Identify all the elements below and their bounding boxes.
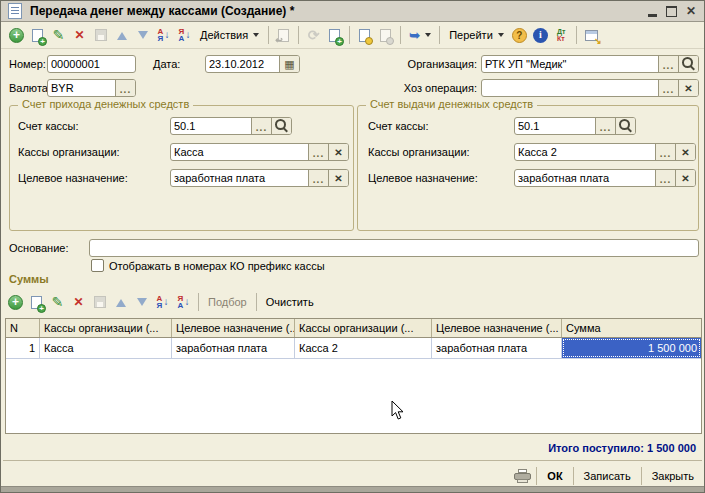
input-on-basis-button[interactable]: ↩: [273, 25, 294, 45]
organization-input[interactable]: [482, 56, 658, 72]
print-button[interactable]: [514, 469, 531, 483]
post-document-button[interactable]: [354, 25, 375, 45]
row-move-down-button[interactable]: [131, 292, 152, 312]
expense-account-select-button[interactable]: ...: [595, 118, 615, 134]
sort-desc-icon: ЯА↓: [179, 28, 191, 42]
income-cashdesk-input[interactable]: [171, 144, 308, 160]
expense-account-open-button[interactable]: [615, 118, 635, 134]
cell-row-number[interactable]: 1: [6, 338, 40, 358]
row-sort-asc-button[interactable]: АЯ↓: [152, 292, 173, 312]
sort-desc-button[interactable]: ЯА↓: [174, 25, 195, 45]
set-interval-button[interactable]: [90, 25, 111, 45]
goto-menu-button[interactable]: Перейти: [444, 27, 509, 43]
add-button[interactable]: +: [6, 25, 27, 45]
toolbar-separator: [349, 26, 350, 44]
refresh-button[interactable]: ⟳: [303, 25, 324, 45]
income-account-open-button[interactable]: [271, 118, 291, 134]
footer-separator: [573, 467, 574, 485]
expense-cashdesk-clear-button[interactable]: ✕: [675, 144, 695, 160]
print-menu-button[interactable]: ➥: [405, 25, 435, 45]
row-interval-button[interactable]: [89, 292, 110, 312]
income-cashdesk-field: ...✕: [170, 143, 349, 161]
row-sort-desc-button[interactable]: ЯА↓: [173, 292, 194, 312]
date-input[interactable]: [206, 56, 279, 72]
income-account-input[interactable]: [171, 118, 251, 134]
prefix-checkbox[interactable]: [91, 259, 104, 272]
cell-cashdesk-from[interactable]: Касса: [40, 338, 172, 358]
business-operation-input[interactable]: [482, 80, 658, 96]
row-delete-button[interactable]: ✕: [68, 292, 89, 312]
unpost-document-button[interactable]: [375, 25, 396, 45]
document-icon: [8, 3, 22, 19]
income-cashdesk-clear-button[interactable]: ✕: [328, 144, 348, 160]
cell-purpose-from[interactable]: заработная плата: [172, 338, 295, 358]
expense-purpose-clear-button[interactable]: ✕: [675, 170, 695, 186]
column-header-purpose-from[interactable]: Целевое назначение (...: [172, 319, 295, 337]
expense-cashdesk-select-button[interactable]: ...: [655, 144, 675, 160]
operation-select-button[interactable]: ...: [658, 80, 678, 96]
down-arrow-icon: [137, 298, 147, 311]
copy-new-button[interactable]: +: [324, 25, 345, 45]
chevron-down-icon: [498, 33, 504, 37]
row-edit-button[interactable]: ✎: [47, 292, 68, 312]
add-icon: +: [9, 28, 24, 43]
sort-asc-button[interactable]: АЯ↓: [153, 25, 174, 45]
move-down-button[interactable]: [132, 25, 153, 45]
toolbar-separator: [400, 26, 401, 44]
debit-credit-button[interactable]: ДтКт: [551, 25, 572, 45]
row-add-button[interactable]: +: [5, 292, 26, 312]
expense-group: Счет выдачи денежных средств Счет кассы:…: [357, 105, 699, 231]
income-cashdesk-select-button[interactable]: ...: [308, 144, 328, 160]
income-purpose-select-button[interactable]: ...: [308, 170, 328, 186]
currency-input[interactable]: [48, 80, 115, 96]
expense-account-input[interactable]: [515, 118, 595, 134]
operation-clear-button[interactable]: ✕: [678, 80, 698, 96]
income-cashdesk-label: Кассы организации:: [18, 146, 120, 158]
cell-purpose-to[interactable]: заработная плата: [432, 338, 562, 358]
cell-cashdesk-to[interactable]: Касса 2: [295, 338, 432, 358]
number-input[interactable]: [48, 56, 135, 72]
income-purpose-clear-button[interactable]: ✕: [328, 170, 348, 186]
expense-purpose-label: Целевое назначение:: [368, 172, 478, 184]
cell-sum-selected[interactable]: 1 500 000: [562, 338, 701, 358]
organization-open-button[interactable]: [678, 56, 698, 72]
clear-button[interactable]: Очистить: [261, 294, 319, 310]
add-copy-button[interactable]: +: [27, 25, 48, 45]
info-button[interactable]: i: [530, 25, 551, 45]
close-icon[interactable]: ✕: [686, 5, 696, 17]
currency-select-button[interactable]: ...: [115, 80, 135, 96]
column-header-n[interactable]: N: [6, 319, 40, 337]
clear-icon: ✕: [684, 83, 692, 94]
column-header-sum[interactable]: Сумма: [562, 319, 701, 337]
close-button[interactable]: Закрыть: [647, 468, 699, 484]
help-button[interactable]: ?: [509, 25, 530, 45]
edit-button[interactable]: ✎: [48, 25, 69, 45]
pencil-icon: ✎: [52, 294, 64, 310]
total-received: Итого поступило: 1 500 000: [548, 442, 696, 454]
income-account-select-button[interactable]: ...: [251, 118, 271, 134]
organization-select-button[interactable]: ...: [658, 56, 678, 72]
column-header-cashdesk-from[interactable]: Кассы организации (...: [40, 319, 172, 337]
sort-desc-icon: ЯА↓: [178, 295, 190, 309]
basis-input[interactable]: [90, 240, 698, 256]
calendar-button[interactable]: ▦: [279, 56, 299, 72]
table-row[interactable]: 1 Касса заработная плата Касса 2 заработ…: [6, 338, 701, 359]
column-header-purpose-to[interactable]: Целевое назначение (...: [432, 319, 562, 337]
row-copy-button[interactable]: +: [26, 292, 47, 312]
expense-cashdesk-input[interactable]: [515, 144, 655, 160]
pick-button[interactable]: Подбор: [203, 294, 252, 310]
save-button[interactable]: Записать: [579, 468, 636, 484]
structure-button[interactable]: ↘: [581, 25, 602, 45]
income-purpose-input[interactable]: [171, 170, 308, 186]
number-label: Номер:: [9, 58, 46, 70]
maximize-icon[interactable]: [666, 6, 677, 17]
expense-purpose-input[interactable]: [515, 170, 655, 186]
column-header-cashdesk-to[interactable]: Кассы организации (...: [295, 319, 432, 337]
ok-button[interactable]: ОК: [542, 468, 567, 484]
expense-purpose-select-button[interactable]: ...: [655, 170, 675, 186]
delete-button[interactable]: ✕: [69, 25, 90, 45]
move-up-button[interactable]: [111, 25, 132, 45]
row-move-up-button[interactable]: [110, 292, 131, 312]
actions-menu-button[interactable]: Действия: [195, 27, 264, 43]
minimize-icon[interactable]: [648, 14, 657, 17]
